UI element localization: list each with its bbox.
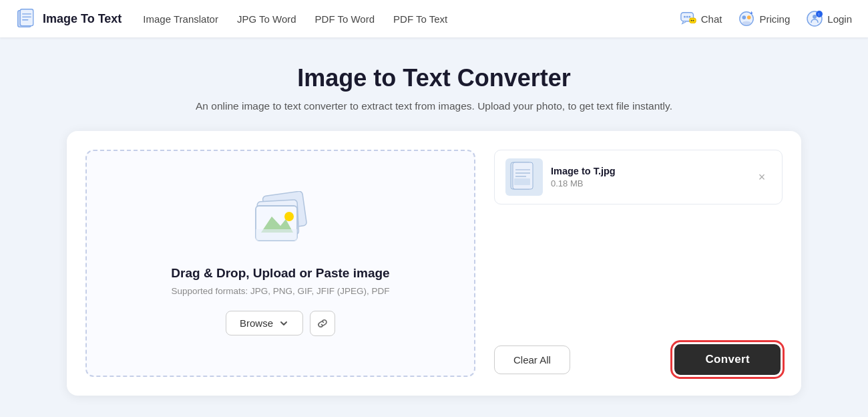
bottom-actions: Clear All Convert [494,342,783,377]
svg-point-8 [688,16,690,18]
logo[interactable]: Image To Text [16,8,122,29]
chat-button[interactable]: Chat [680,10,722,27]
file-list-area: Image to T.jpg 0.18 MB × Clear All Conve… [475,150,783,377]
nav-pdf-to-text[interactable]: PDF To Text [393,13,447,25]
login-label: Login [827,13,852,25]
spacer [494,213,783,331]
svg-point-18 [813,15,817,19]
svg-rect-1 [20,9,33,26]
svg-point-25 [284,212,294,221]
file-size: 0.18 MB [551,178,744,188]
convert-label: Convert [705,353,750,366]
nav-pdf-to-word[interactable]: PDF To Word [315,13,375,25]
file-remove-button[interactable]: × [752,168,771,186]
drop-zone[interactable]: Drag & Drop, Upload or Paste image Suppo… [85,150,475,377]
convert-button-wrapper: Convert [672,342,783,377]
svg-point-13 [742,15,746,19]
svg-rect-26 [256,229,297,241]
clear-all-button[interactable]: Clear All [494,345,570,374]
browse-label: Browse [240,317,273,329]
drop-subtitle: Supported formats: JPG, PNG, GIF, JFIF (… [171,286,389,296]
pricing-label: Pricing [759,13,790,25]
svg-point-6 [684,16,686,18]
link-button[interactable] [310,311,335,336]
page-subtitle: An online image to text converter to ext… [13,100,855,112]
svg-point-10 [690,20,692,21]
svg-text:+: + [750,10,754,16]
file-name: Image to T.jpg [551,166,744,176]
svg-point-7 [686,16,688,18]
login-button[interactable]: ↑ Login [806,10,852,27]
nav-links: Image Translator JPG To Word PDF To Word… [143,13,679,25]
svg-point-15 [742,21,751,25]
nav-jpg-to-word[interactable]: JPG To Word [237,13,296,25]
file-info: Image to T.jpg 0.18 MB [551,166,744,188]
chat-icon [680,10,697,27]
browse-button[interactable]: Browse [226,311,303,335]
svg-point-11 [692,20,694,21]
file-item: Image to T.jpg 0.18 MB × [494,150,783,204]
nav-right: Chat + Pricing ↑ Login [680,10,852,27]
file-thumbnail [505,158,543,196]
svg-rect-32 [514,178,530,185]
drop-icon [244,191,317,253]
logo-icon [16,8,37,29]
main-card: Drag & Drop, Upload or Paste image Suppo… [67,131,801,396]
svg-text:↑: ↑ [818,12,821,17]
link-icon [316,317,329,329]
chevron-down-icon [278,318,289,329]
page-title: Image to Text Converter [13,64,855,92]
pricing-icon: + [738,10,755,27]
nav-image-translator[interactable]: Image Translator [143,13,218,25]
logo-text: Image To Text [43,12,122,26]
chat-label: Chat [701,13,722,25]
drop-title: Drag & Drop, Upload or Paste image [171,266,389,281]
pricing-button[interactable]: + Pricing [738,10,790,27]
login-icon: ↑ [806,10,823,27]
clear-all-label: Clear All [513,354,551,366]
browse-row: Browse [226,311,335,336]
convert-button[interactable]: Convert [674,344,781,375]
hero-section: Image to Text Converter An online image … [0,37,868,131]
